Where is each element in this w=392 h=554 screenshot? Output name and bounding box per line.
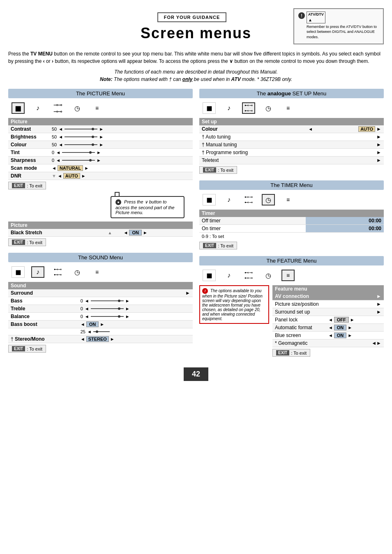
- sound-remote-icon: ≡: [90, 266, 104, 278]
- callout-area: ● Press the ∨ button to access the secon…: [8, 196, 193, 218]
- timer-settings-icon: ⊷⊸⊷⊸: [242, 194, 255, 205]
- settings-icon: ⊸⊸⊸⊸: [51, 102, 64, 114]
- timer-remote-icon: ≡: [281, 194, 295, 205]
- sound-menu-section: The SOUND Menu ◼ ♪ ⊷⊸⊷⊸ ◷ ≡ Sound Surrou…: [8, 253, 193, 353]
- table-row: Picture size/position ►: [272, 300, 384, 308]
- callout-box: ● Press the ∨ button to access the secon…: [111, 196, 184, 218]
- page-title: Screen menus: [141, 25, 251, 42]
- clock-icon: ◷: [71, 102, 84, 114]
- analogue-remote-icon: ≡: [281, 102, 295, 114]
- atv-dtv-button[interactable]: ATV/DTV▲: [307, 12, 325, 23]
- sound-music-icon: ♪: [31, 266, 44, 278]
- timer-menu-table: Timer Off timer 00:00 On timer 00:00: [199, 210, 384, 233]
- timer-menu-section: The TIMER Menu ◼ ♪ ⊷⊸⊷⊸ ◷ ≡ Timer Off ti…: [199, 180, 384, 249]
- feature-remote-icon: ≡: [281, 270, 295, 281]
- timer-exit-button[interactable]: EXIT: [203, 243, 216, 248]
- page-number: 42: [184, 367, 208, 381]
- sound-section-header: Sound: [8, 282, 193, 289]
- table-row: Colour ◄ AUTO►: [199, 125, 384, 133]
- guidance-label: FOR YOUR GUIDANCE: [157, 12, 227, 22]
- feature-music-icon: ♪: [222, 270, 235, 281]
- sound-exit-button[interactable]: EXIT: [12, 346, 25, 351]
- analogue-clock-icon: ◷: [262, 102, 275, 114]
- table-row: On timer 00:00: [199, 225, 384, 233]
- table-row: Surround set up ►: [272, 308, 384, 316]
- table-row: Blue screen ◄ON►: [272, 332, 384, 339]
- italic-note: The functions of each menu are described…: [8, 68, 384, 83]
- picture2-section-header: Picture: [8, 222, 193, 229]
- sound-settings-icon: ⊷⊸⊷⊸: [51, 266, 64, 278]
- analogue-icon-row: ◼ ♪ ⊷⊸⊷⊸ ◷ ≡: [199, 101, 384, 115]
- table-row: Contrast 50◄►: [8, 125, 193, 133]
- table-row: † Stereo/Mono ◄STEREO►: [8, 335, 193, 343]
- analogue-settings-icon: ⊷⊸⊷⊸: [242, 102, 255, 114]
- feature-menu-table: Feature menu AV connection ► Picture siz…: [272, 285, 384, 347]
- picture-exit-bar: EXIT : To exit: [8, 182, 46, 189]
- table-row: Sharpness 0◄►: [8, 157, 193, 164]
- timer-menu-header: The TIMER Menu: [199, 180, 384, 190]
- picture-menu-table: Picture Contrast 50◄► Brightness 50◄► Co…: [8, 118, 193, 180]
- sound-menu-table: Sound Surround ► Bass 0◄► Treble 0◄►: [8, 282, 193, 343]
- picture2-exit-button[interactable]: EXIT: [12, 240, 25, 245]
- feature-section-header: Feature menu: [272, 285, 384, 293]
- feature-warning-note: ! The options available to you when in t…: [199, 285, 269, 324]
- picture2-menu-table: Picture Black Stretch ▲ ◄ON►: [8, 222, 193, 237]
- reminder-box: ! ATV/DTV▲ Remember to press the ATV/DTV…: [293, 8, 384, 44]
- table-row: Scan mode ◄NATURAL►: [8, 164, 193, 172]
- analogue-menu-table: Set up Colour ◄ AUTO► † Auto tuning ► † …: [199, 118, 384, 164]
- table-row: Automatic format ◄ON►: [272, 324, 384, 332]
- analogue-exit-bar: EXIT : To exit: [199, 166, 237, 174]
- reminder-text: Remember to press the ATV/DTV button to …: [307, 25, 377, 39]
- sound-exit-bar: EXIT : To exit: [8, 345, 46, 353]
- feature-settings-icon: ⊷⊸⊷⊸: [242, 270, 255, 281]
- feature-icon-row: ◼ ♪ ⊷⊸⊷⊸ ◷ ≡: [199, 268, 384, 283]
- remote-icon: ≡: [90, 102, 104, 114]
- picture-icon: ◼: [12, 102, 25, 114]
- timer-icon-row: ◼ ♪ ⊷⊸⊷⊸ ◷ ≡: [199, 192, 384, 207]
- picture-menu-header: The PICTURE Menu: [8, 89, 193, 98]
- table-row: Brightness 50◄►: [8, 133, 193, 141]
- timer-clock-icon: ◷: [262, 194, 275, 205]
- intro-text: Press the TV MENU button on the remote c…: [8, 50, 384, 65]
- analogue-exit-button[interactable]: EXIT: [203, 167, 216, 173]
- table-row: Black Stretch ▲ ◄ON►: [8, 229, 193, 237]
- table-row: Bass 0◄►: [8, 297, 193, 305]
- picture-icon-row: ◼ ♪ ⊸⊸⊸⊸ ◷ ≡: [8, 101, 193, 115]
- feature-menu-section: The FEATURE Menu ◼ ♪ ⊷⊸⊷⊸ ◷ ≡ ! The opti…: [199, 256, 384, 357]
- analogue-picture-icon: ◼: [203, 102, 216, 114]
- timer-picture-icon: ◼: [203, 194, 216, 205]
- table-row: Teletext ►: [199, 157, 384, 164]
- table-row: † Manual tuning ►: [199, 141, 384, 149]
- picture2-menu-section: Picture Black Stretch ▲ ◄ON► EXIT : To e…: [8, 222, 193, 246]
- feature-exit-bar: EXIT : To exit: [272, 349, 310, 357]
- table-row: Colour 50◄►: [8, 141, 193, 149]
- table-row: Panel lock ◄OFF►: [272, 316, 384, 324]
- feature-clock-icon: ◷: [262, 270, 275, 281]
- timer-exit-bar: EXIT : To exit: [199, 242, 237, 249]
- page-number-container: 42: [8, 367, 384, 381]
- sound-clock-icon: ◷: [71, 266, 84, 278]
- feature-picture-icon: ◼: [203, 270, 216, 281]
- reminder-icon: !: [298, 12, 305, 19]
- analogue-menu-section: The analogue SET UP Menu ◼ ♪ ⊷⊸⊷⊸ ◷ ≡ Se…: [199, 89, 384, 174]
- table-row: Off timer 00:00: [199, 217, 384, 225]
- sound-icon-row: ◼ ♪ ⊷⊸⊷⊸ ◷ ≡: [8, 265, 193, 279]
- table-row: Tint 0◄►: [8, 149, 193, 157]
- table-row: Bass boost ◄ON►: [8, 321, 193, 328]
- table-row: 25◄: [8, 328, 193, 335]
- table-row: † Auto tuning ►: [199, 133, 384, 141]
- feature-exit-button[interactable]: EXIT: [276, 350, 289, 355]
- music-icon: ♪: [31, 102, 44, 114]
- table-row: AV connection ►: [272, 293, 384, 300]
- table-row: Treble 0◄►: [8, 305, 193, 313]
- timer-music-icon: ♪: [222, 194, 235, 205]
- sound-picture-icon: ◼: [12, 266, 25, 278]
- sound-menu-header: The SOUND Menu: [8, 253, 193, 262]
- picture-menu-section: The PICTURE Menu ◼ ♪ ⊸⊸⊸⊸ ◷ ≡ Picture Co…: [8, 89, 193, 189]
- picture-exit-button[interactable]: EXIT: [12, 183, 25, 188]
- analogue-section-header: Set up: [199, 118, 384, 125]
- analogue-menu-header: The analogue SET UP Menu: [199, 89, 384, 98]
- callout-icon: ●: [115, 199, 121, 205]
- feature-menu-header: The FEATURE Menu: [199, 256, 384, 265]
- table-row: † Programme sorting ►: [199, 149, 384, 157]
